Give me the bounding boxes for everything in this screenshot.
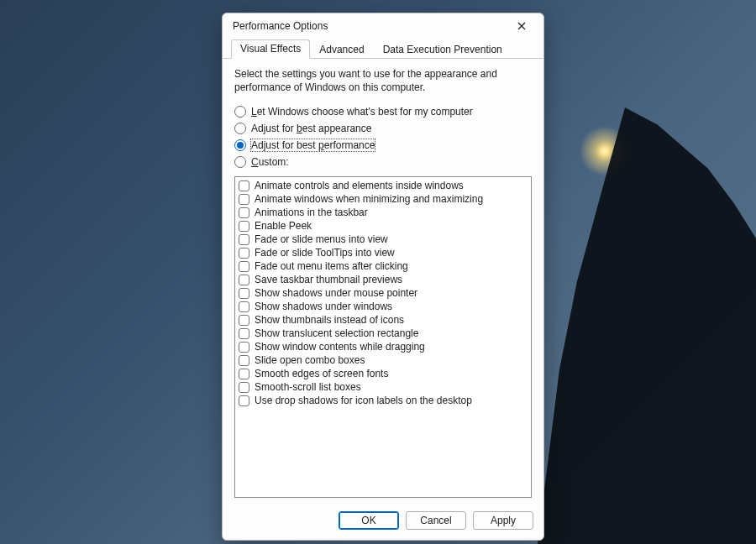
effect-item[interactable]: Enable Peek [239,219,528,233]
effect-label: Smooth-scroll list boxes [255,381,361,393]
effect-label: Smooth edges of screen fonts [255,368,388,379]
effect-item[interactable]: Animate controls and elements inside win… [239,179,528,192]
checkbox [239,261,249,272]
ok-button[interactable]: OK [339,511,399,530]
wallpaper-silhouette [538,107,756,544]
desktop-wallpaper: Performance Options Visual EffectsAdvanc… [0,0,756,544]
checkbox [239,288,249,299]
close-button[interactable] [507,17,537,35]
tabstrip: Visual EffectsAdvancedData Execution Pre… [223,39,543,59]
effect-item[interactable]: Show thumbnails instead of icons [239,313,528,327]
effect-label: Animate windows when minimizing and maxi… [255,193,483,205]
effect-label: Fade out menu items after clicking [255,260,408,272]
intro-text: Select the settings you want to use for … [234,67,503,94]
radio-label: Custom: [251,156,289,168]
checkbox [239,382,249,393]
checkbox [239,395,249,406]
checkbox [239,315,249,326]
tab-visual-effects[interactable]: Visual Effects [231,39,310,59]
radio-label: Adjust for best performance [251,139,375,151]
effect-item[interactable]: Fade out menu items after clicking [239,259,528,273]
effect-item[interactable]: Animations in the taskbar [239,206,528,219]
titlebar: Performance Options [223,13,543,39]
effect-label: Animate controls and elements inside win… [255,180,464,191]
effect-item[interactable]: Smooth-scroll list boxes [239,380,528,394]
radio-group: Let Windows choose what's best for my co… [234,106,532,168]
checkbox [239,342,249,353]
effect-label: Show shadows under mouse pointer [255,287,417,299]
apply-button[interactable]: Apply [473,511,533,530]
effect-label: Use drop shadows for icon labels on the … [255,395,472,406]
tab-data-execution-prevention[interactable]: Data Execution Prevention [374,40,512,59]
effect-item[interactable]: Show translucent selection rectangle [239,327,528,340]
dialog-footer: OK Cancel Apply [223,505,543,540]
effect-label: Animations in the taskbar [255,207,368,218]
window-title: Performance Options [233,20,507,32]
effect-label: Show window contents while dragging [255,341,425,353]
effect-item[interactable]: Use drop shadows for icon labels on the … [239,394,528,407]
effect-label: Show shadows under windows [255,301,392,312]
radio-indicator [234,156,246,168]
radio-label: Let Windows choose what's best for my co… [251,106,473,118]
radio-label: Adjust for best appearance [251,123,371,134]
checkbox [239,275,249,285]
effect-item[interactable]: Show shadows under windows [239,300,528,313]
radio-custom[interactable]: Custom: [234,156,532,168]
effect-item[interactable]: Fade or slide menus into view [239,233,528,246]
effect-item[interactable]: Show window contents while dragging [239,340,528,353]
effect-label: Fade or slide ToolTips into view [255,247,395,259]
close-icon [517,22,526,30]
effect-label: Enable Peek [255,220,312,232]
checkbox [239,355,249,366]
radio-indicator [234,139,246,151]
effect-label: Fade or slide menus into view [255,233,388,245]
effect-item[interactable]: Slide open combo boxes [239,353,528,367]
radio-let-windows[interactable]: Let Windows choose what's best for my co… [234,106,532,118]
radio-best-appearance[interactable]: Adjust for best appearance [234,123,532,134]
cancel-button[interactable]: Cancel [406,511,466,530]
effect-label: Show thumbnails instead of icons [255,314,404,326]
checkbox [239,194,249,205]
checkbox [239,234,249,245]
effect-label: Show translucent selection rectangle [255,327,418,339]
effect-label: Slide open combo boxes [255,354,365,366]
effect-item[interactable]: Show shadows under mouse pointer [239,286,528,300]
checkbox [239,301,249,312]
effect-item[interactable]: Smooth edges of screen fonts [239,367,528,380]
checkbox [239,328,249,339]
checkbox [239,180,249,191]
checkbox [239,221,249,232]
radio-indicator [234,106,246,118]
performance-options-dialog: Performance Options Visual EffectsAdvanc… [222,13,544,541]
radio-indicator [234,123,246,134]
effect-item[interactable]: Animate windows when minimizing and maxi… [239,192,528,206]
tab-visual-effects-body: Select the settings you want to use for … [223,59,543,505]
effect-label: Save taskbar thumbnail previews [255,274,402,285]
effects-listbox[interactable]: Animate controls and elements inside win… [234,176,532,498]
tab-advanced[interactable]: Advanced [310,40,373,59]
checkbox [239,369,249,379]
effect-item[interactable]: Save taskbar thumbnail previews [239,273,528,286]
checkbox [239,248,249,259]
checkbox [239,207,249,218]
radio-best-performance[interactable]: Adjust for best performance [234,139,532,151]
effect-item[interactable]: Fade or slide ToolTips into view [239,246,528,259]
